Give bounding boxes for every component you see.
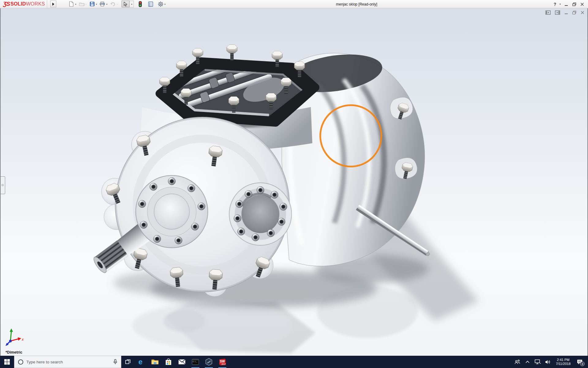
dropdown-caret-icon: ▼	[116, 3, 118, 5]
bearing-bore	[229, 183, 292, 245]
svg-text:SW: SW	[220, 360, 225, 363]
brand-text-solid: SOLID	[10, 1, 26, 7]
open-button: ▼	[78, 0, 88, 8]
start-button[interactable]	[0, 356, 14, 368]
gear-icon	[157, 1, 164, 7]
hexagon-app-icon	[205, 358, 213, 366]
help-button[interactable]: ?	[552, 0, 558, 8]
restore-button[interactable]	[570, 0, 578, 8]
rebuild-button[interactable]	[137, 0, 144, 8]
titlebar: ƷS SOLIDWORKS ▼ ▼ ▼ ▼	[0, 0, 588, 8]
file-properties-button[interactable]	[147, 0, 154, 8]
taskbar-item-file-explorer[interactable]	[148, 356, 162, 368]
quick-toolbar: ▼ ▼ ▼ ▼ ▼ ▼	[68, 0, 167, 8]
store-icon	[165, 358, 172, 366]
dassault-logo-icon: ƷS	[3, 1, 10, 7]
system-tray: 2:41 PM 7/11/2018 3	[514, 356, 588, 368]
dropdown-caret-icon: ▼	[85, 3, 87, 5]
taskbar-item-solidworks[interactable]: SW 2017	[216, 356, 229, 368]
mail-icon	[178, 359, 186, 365]
clock-time: 2:41 PM	[556, 358, 571, 362]
pane-right-icon	[555, 10, 560, 15]
close-button[interactable]	[578, 0, 586, 8]
solidworks-logo: ƷS SOLIDWORKS	[0, 0, 50, 8]
dropdown-caret-icon: ▼	[131, 3, 133, 5]
dropdown-caret-icon[interactable]: ▼	[164, 3, 166, 5]
network-icon[interactable]	[534, 356, 542, 368]
restore-icon	[572, 2, 576, 6]
featuremanager-flyout-tab[interactable]	[1, 176, 5, 194]
help-dropdown-caret-icon[interactable]: ▼	[558, 0, 562, 8]
taskbar-item-command-prompt[interactable]: C:\_	[189, 356, 202, 368]
command-prompt-icon: C:\_	[192, 359, 199, 365]
action-center-button[interactable]: 3	[575, 356, 585, 368]
minimize-icon	[564, 11, 568, 14]
search-input[interactable]	[26, 360, 110, 364]
taskbar-item-mail[interactable]	[175, 356, 189, 368]
undo-button: ▼	[109, 0, 119, 8]
taskbar-item-hexagon-app[interactable]	[202, 356, 216, 368]
svg-text:x: x	[21, 337, 24, 342]
undo-arrow-icon	[110, 1, 116, 7]
taskbar-item-edge[interactable]: e	[135, 356, 148, 368]
pane-left-icon	[545, 10, 551, 15]
notification-badge: 3	[580, 362, 585, 366]
file-properties-icon	[148, 1, 154, 7]
clock[interactable]: 2:41 PM 7/11/2018	[554, 358, 572, 366]
view-orientation-label: *Dimetric	[6, 350, 22, 355]
clock-date: 7/11/2018	[556, 362, 571, 366]
front-hub	[136, 175, 208, 248]
task-view-icon	[125, 359, 131, 365]
3d-model-render[interactable]	[1, 8, 587, 356]
file-explorer-icon	[151, 359, 159, 365]
pane-left-button[interactable]	[545, 10, 551, 15]
menu-expand-button[interactable]	[50, 1, 56, 7]
minimize-icon	[564, 2, 568, 6]
brand-text-works: WORKS	[26, 1, 45, 7]
doc-restore-button[interactable]	[572, 11, 576, 14]
open-folder-icon	[79, 1, 85, 7]
svg-text:e: e	[138, 358, 142, 366]
restore-icon	[572, 11, 576, 14]
select-tool: ▼	[122, 1, 134, 7]
document-window-controls	[545, 10, 584, 15]
print-icon	[99, 1, 105, 7]
save-floppy-icon	[89, 1, 95, 7]
chevron-up-icon[interactable]	[524, 356, 532, 368]
close-icon	[581, 11, 584, 14]
volume-icon[interactable]	[544, 356, 552, 368]
new-document-button[interactable]: ▼	[68, 0, 77, 8]
options-button[interactable]: ▼	[157, 0, 166, 8]
graphics-area[interactable]: x *Dimetric	[0, 8, 588, 356]
svg-text:C:\_: C:\_	[193, 361, 197, 363]
print-button[interactable]: ▼	[99, 0, 108, 8]
divider	[47, 0, 47, 8]
pane-right-button[interactable]	[555, 10, 560, 15]
tab-dot-icon	[2, 184, 4, 186]
task-view-button[interactable]	[121, 356, 135, 368]
orientation-triad-icon: x	[5, 328, 24, 347]
dropdown-caret-icon[interactable]: ▼	[75, 3, 77, 5]
svg-text:2017: 2017	[221, 363, 226, 365]
windows-logo-icon	[4, 359, 10, 365]
dropdown-caret-icon[interactable]: ▼	[106, 3, 108, 5]
select-tool-dropdown[interactable]: ▼	[130, 1, 134, 7]
cursor-arrow-icon	[124, 2, 127, 6]
solidworks-app-icon: SW 2017	[218, 358, 227, 366]
edge-icon: e	[138, 358, 145, 366]
window-controls: ? ▼	[552, 0, 586, 8]
dropdown-caret-icon[interactable]: ▼	[96, 3, 98, 5]
minimize-button[interactable]	[562, 0, 570, 8]
people-icon[interactable]	[514, 356, 522, 368]
save-button[interactable]: ▼	[89, 0, 98, 8]
doc-minimize-button[interactable]	[564, 11, 568, 14]
microphone-icon[interactable]	[113, 359, 117, 365]
taskbar-item-store[interactable]	[162, 356, 175, 368]
doc-close-button[interactable]	[581, 11, 584, 14]
taskbar-search[interactable]	[14, 356, 121, 368]
rebuild-traffic-light-icon	[137, 1, 143, 7]
close-icon	[580, 2, 584, 6]
select-tool-button[interactable]	[122, 1, 130, 7]
new-document-icon	[68, 1, 74, 7]
document-title: menjac sklop [Read-only]	[336, 2, 377, 6]
